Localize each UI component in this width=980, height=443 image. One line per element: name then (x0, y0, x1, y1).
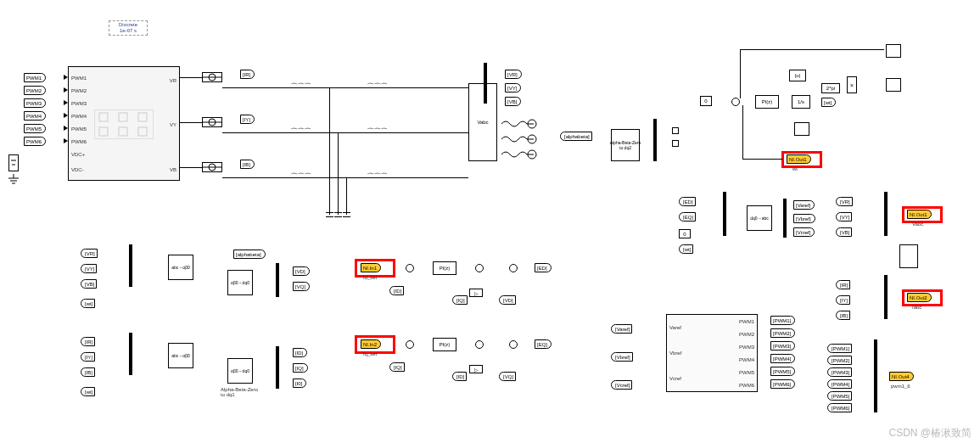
from-iq: [IQ] (452, 295, 468, 305)
ni-out-pwm-label: pwm1_6 (891, 384, 910, 389)
from-iy: [IY] (836, 295, 850, 305)
goto-pwm3: [PWM3] (770, 341, 795, 350)
sum-block (475, 340, 484, 349)
ni-out-iabc-label: Iabc (912, 305, 921, 310)
scope-icon[interactable] (899, 244, 918, 268)
arrow-icon (64, 100, 68, 105)
sum-block (509, 264, 518, 272)
gain-block[interactable]: 2*pi (821, 83, 840, 93)
demux (276, 346, 279, 389)
goto-iq: [IQ] (293, 363, 308, 373)
from-vr: [VR] (81, 249, 98, 258)
goto-eq: [EQ] (535, 339, 552, 349)
port-label: PWM5 (71, 126, 87, 132)
from-pwm3: PWM3 (24, 98, 46, 108)
wire (740, 49, 741, 98)
goto-pwm4: [PWM4] (770, 354, 795, 363)
demux (276, 263, 279, 297)
inductor-icon: ⌒⌒⌒ (367, 171, 387, 182)
svg-rect-9 (99, 127, 108, 136)
solver-config: Discrete 1e-07 s (109, 20, 148, 36)
port-label: VY (170, 122, 176, 127)
ab2dq-block[interactable]: αβ0→dq0 (227, 270, 253, 295)
inductor-icon: ⌒⌒⌒ (290, 81, 311, 93)
pi-block[interactable]: PI(z) (433, 338, 456, 351)
wire (338, 132, 339, 215)
wire (743, 159, 782, 160)
goto-vb: [VB] (505, 97, 521, 106)
demux (653, 119, 657, 161)
port-label: PWM3 (71, 101, 87, 106)
mux (884, 275, 888, 319)
goto-alphabeta: [alphabeta] (233, 250, 266, 259)
inverter-subsystem[interactable]: PWM1 PWM2 PWM3 PWM4 PWM5 PWM6 VDC+ VDC- … (68, 66, 180, 181)
port-label: PWM2 (71, 88, 87, 93)
port-label: VDC- (71, 167, 84, 172)
ni-out-vabc-label: Vabc (912, 222, 923, 227)
from-pwm5: PWM5 (24, 124, 46, 133)
terminator-icon (672, 140, 679, 147)
capacitor-icon (334, 212, 342, 217)
from-varef: [Varef] (611, 324, 632, 334)
current-sensor (202, 72, 222, 82)
from-vq: [VQ] (499, 372, 516, 381)
scope-icon[interactable] (794, 122, 809, 136)
pi-block[interactable]: PI(z) (433, 261, 456, 275)
goto-wt: [wt] (821, 98, 836, 107)
svpwm-subsystem[interactable]: Varef Vbref Vcref PWM1 PWM2 PWM3 PWM4 PW… (666, 314, 758, 392)
demux (484, 63, 487, 104)
constant-block[interactable]: 0 (700, 96, 712, 106)
inductor-icon: ⌒⌒⌒ (290, 171, 311, 182)
ni-out-iabc[interactable]: NI.Out2 (907, 293, 932, 302)
ni-in1[interactable]: NI.In1 (361, 263, 381, 272)
arrow-icon (64, 75, 68, 80)
abc2ab-block[interactable]: abc→αβ0 (168, 343, 193, 368)
voltage-measure[interactable]: Vabc (468, 83, 497, 161)
abs-block[interactable]: |u| (789, 70, 806, 81)
port-label: PWM3 (739, 345, 754, 350)
port-label: PWM2 (739, 332, 754, 337)
scope-icon[interactable] (886, 44, 901, 58)
goto-i0: [I0] (293, 379, 306, 388)
block-label: Alpha-Beta-Zero to dq1 (221, 387, 258, 397)
from-pwm2: PWM2 (24, 86, 46, 95)
ab2dq-block[interactable]: Alpha-Beta-Zero to dq2 (611, 129, 640, 161)
ni-out-wt[interactable]: NI.Out1 (787, 154, 811, 164)
dq2abc-block[interactable]: dq0→abc (747, 205, 772, 231)
port-label: Varef (669, 325, 681, 330)
capacitor-icon (343, 212, 350, 217)
wire (222, 177, 468, 178)
igbt-bridge-icon (94, 109, 154, 139)
from-pwm4: [PWM4] (827, 379, 852, 389)
pi-block[interactable]: PI(z) (755, 95, 779, 109)
goto-vbref: [Vbref] (793, 214, 815, 223)
constant-block[interactable]: 0 (679, 229, 691, 238)
wire (180, 77, 202, 78)
from-pwm6: [PWM6] (827, 403, 852, 412)
goto-varef: [Varef] (793, 200, 815, 210)
scope-icon[interactable] (886, 78, 901, 92)
wire (742, 105, 743, 160)
dc-source (8, 154, 19, 171)
goto-vr: [VR] (505, 70, 522, 79)
wire (222, 132, 468, 133)
port-label: VR (170, 78, 176, 83)
sum-block (406, 340, 414, 349)
goto-pwm2: [PWM2] (770, 328, 795, 338)
from-id: [ID] (389, 286, 404, 295)
goto-pwm1: [PWM1] (770, 316, 795, 325)
from-alphabeta: [alphabeta] (560, 132, 592, 141)
integrator-block[interactable]: 1/s (792, 95, 810, 109)
port-label: Vcref (669, 376, 681, 381)
ni-out-pwm[interactable]: NI.Out4 (889, 372, 914, 381)
ground-icon (8, 174, 19, 184)
from-id: [ID] (452, 372, 467, 381)
ni-out-vabc[interactable]: NI.Out1 (907, 210, 932, 219)
ab2dq-block[interactable]: αβ0→dq0 (227, 358, 253, 384)
from-wt: [wt] (679, 244, 693, 254)
inductor-icon: ⌒⌒⌒ (367, 81, 387, 93)
product-block: × (847, 76, 857, 93)
abc2ab-block[interactable]: abc→αβ0 (168, 255, 193, 280)
ni-in2[interactable]: NI.In2 (361, 339, 381, 349)
terminator-icon (672, 127, 679, 134)
